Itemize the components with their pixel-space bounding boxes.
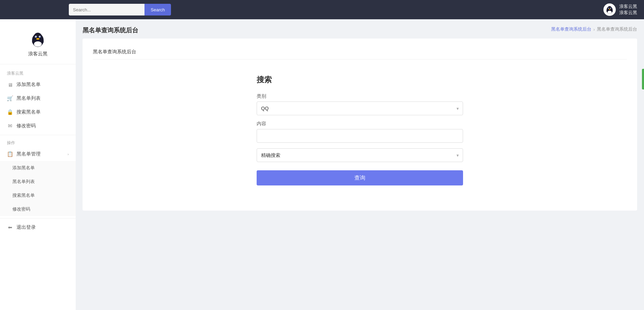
sidebar-logout-label: 退出登录 bbox=[17, 224, 36, 231]
sidebar-item-add-blacklist[interactable]: 🖥 添加黑名单 bbox=[0, 78, 76, 92]
sidebar-item-change-password-label: 修改密码 bbox=[17, 123, 36, 129]
content-card: 黑名单查询系统后台 搜索 类别 QQ 微信 手机号 内容 bbox=[83, 39, 637, 211]
sidebar-section-langke: 浪客云黑 bbox=[0, 68, 76, 78]
search-type-select[interactable]: 精确搜索 模糊搜索 bbox=[257, 148, 463, 162]
logout-icon: ⬅ bbox=[7, 224, 13, 231]
submenu-search[interactable]: 搜索黑名单 bbox=[0, 189, 76, 202]
header-search-button[interactable]: Search bbox=[144, 4, 171, 15]
svg-point-16 bbox=[36, 38, 40, 40]
avatar bbox=[603, 3, 616, 16]
sidebar-logo-text: 浪客云黑 bbox=[28, 51, 47, 57]
sidebar-item-change-password[interactable]: ✉ 修改密码 bbox=[0, 119, 76, 133]
breadcrumb-current: 黑名单查询系统后台 bbox=[597, 26, 637, 32]
sidebar-item-blacklist-list-label: 黑名单列表 bbox=[17, 95, 41, 101]
submenu-list-label: 黑名单列表 bbox=[12, 179, 35, 185]
green-accent-bar bbox=[642, 69, 644, 89]
sidebar-logo: 浪客云黑 bbox=[0, 26, 76, 64]
breadcrumb-link[interactable]: 黑名单查询系统后台 bbox=[551, 26, 591, 32]
search-form-heading: 搜索 bbox=[257, 75, 463, 85]
submenu-search-label: 搜索黑名单 bbox=[12, 192, 35, 199]
archive-icon: 📋 bbox=[7, 151, 13, 157]
sidebar-divider bbox=[0, 135, 76, 135]
search-input[interactable] bbox=[69, 4, 144, 15]
form-group-category: 类别 QQ 微信 手机号 bbox=[257, 93, 463, 115]
category-label: 类别 bbox=[257, 93, 463, 99]
svg-point-4 bbox=[609, 8, 609, 9]
content-input[interactable] bbox=[257, 129, 463, 143]
sidebar: 浪客云黑 浪客云黑 🖥 添加黑名单 🛒 黑名单列表 🔒 搜索黑名单 ✉ 修改密码… bbox=[0, 19, 76, 310]
submit-query-button[interactable]: 查询 bbox=[257, 170, 463, 185]
form-group-content: 内容 bbox=[257, 121, 463, 143]
header-search-area: Search bbox=[69, 4, 171, 15]
header-username: 浪客云黑 浪客云黑 bbox=[619, 3, 637, 16]
submenu-add[interactable]: 添加黑名单 bbox=[0, 161, 76, 175]
sidebar-item-add-blacklist-label: 添加黑名单 bbox=[17, 82, 41, 88]
chevron-right-icon: › bbox=[67, 152, 69, 156]
category-select-wrapper: QQ 微信 手机号 bbox=[257, 101, 463, 115]
submenu-add-label: 添加黑名单 bbox=[12, 165, 35, 171]
main-content: 黑名单查询系统后台 › 黑名单查询系统后台 黑名单查询系统后台 黑名单查询系统后… bbox=[76, 19, 644, 310]
sidebar-blacklist-mgmt[interactable]: 📋 黑名单管理 › bbox=[0, 147, 76, 161]
sidebar-blacklist-mgmt-label: 黑名单管理 bbox=[17, 151, 41, 157]
lock-icon: 🔒 bbox=[7, 109, 13, 115]
send-icon: ✉ bbox=[7, 123, 13, 129]
form-group-search-type: 精确搜索 模糊搜索 bbox=[257, 148, 463, 162]
user-avatar-icon bbox=[604, 4, 615, 15]
search-type-select-wrapper: 精确搜索 模糊搜索 bbox=[257, 148, 463, 162]
content-card-title: 黑名单查询系统后台 bbox=[93, 49, 627, 60]
sidebar-item-search-blacklist[interactable]: 🔒 搜索黑名单 bbox=[0, 105, 76, 119]
svg-point-14 bbox=[36, 36, 37, 38]
sidebar-submenu: 添加黑名单 黑名单列表 搜索黑名单 修改密码 bbox=[0, 161, 76, 216]
search-form: 搜索 类别 QQ 微信 手机号 内容 bbox=[257, 68, 463, 192]
svg-point-5 bbox=[611, 8, 611, 9]
svg-point-15 bbox=[40, 36, 41, 38]
sidebar-logo-icon bbox=[28, 30, 47, 49]
svg-point-19 bbox=[34, 41, 42, 47]
submenu-list[interactable]: 黑名单列表 bbox=[0, 175, 76, 189]
sidebar-item-search-blacklist-label: 搜索黑名单 bbox=[17, 109, 41, 115]
breadcrumb-separator: › bbox=[593, 27, 595, 32]
header: Search 浪客云黑 浪客云黑 bbox=[0, 0, 644, 19]
svg-point-6 bbox=[609, 9, 611, 10]
cart-icon: 🛒 bbox=[7, 95, 13, 101]
category-select[interactable]: QQ 微信 手机号 bbox=[257, 101, 463, 115]
header-user: 浪客云黑 浪客云黑 bbox=[603, 3, 637, 16]
sidebar-section-caozuo: 操作 bbox=[0, 137, 76, 147]
svg-point-9 bbox=[608, 11, 612, 13]
layout: 浪客云黑 浪客云黑 🖥 添加黑名单 🛒 黑名单列表 🔒 搜索黑名单 ✉ 修改密码… bbox=[0, 19, 644, 310]
submenu-pwd[interactable]: 修改密码 bbox=[0, 202, 76, 216]
sidebar-divider-2 bbox=[0, 218, 76, 218]
submenu-pwd-label: 修改密码 bbox=[12, 206, 30, 212]
monitor-icon: 🖥 bbox=[7, 82, 13, 88]
sidebar-item-blacklist-list[interactable]: 🛒 黑名单列表 bbox=[0, 92, 76, 105]
breadcrumb: 黑名单查询系统后台 › 黑名单查询系统后台 bbox=[551, 26, 637, 32]
content-label: 内容 bbox=[257, 121, 463, 127]
sidebar-logout[interactable]: ⬅ 退出登录 bbox=[0, 221, 76, 234]
